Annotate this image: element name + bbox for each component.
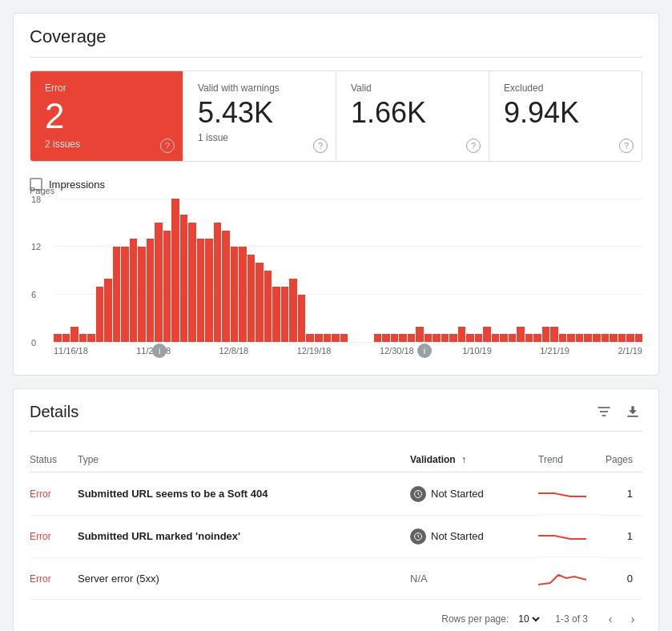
chart-bar bbox=[584, 334, 592, 342]
chart-bar bbox=[231, 247, 239, 342]
chart-bar bbox=[576, 334, 584, 342]
table-row[interactable]: ErrorServer error (5xx)N/A0 bbox=[30, 557, 642, 599]
valid-warnings-value: 5.43K bbox=[198, 97, 321, 129]
validation-status-icon bbox=[410, 486, 426, 502]
stat-tile-error[interactable]: Error 2 2 issues ? bbox=[30, 71, 183, 161]
stat-tile-valid-warnings[interactable]: Valid with warnings 5.43K 1 issue ? bbox=[183, 71, 336, 161]
chart-bar bbox=[441, 334, 449, 342]
chart-bar bbox=[340, 334, 348, 342]
x-label-7: 2/1/19 bbox=[618, 346, 642, 356]
valid-warnings-sub: 1 issue bbox=[198, 132, 321, 143]
excluded-value: 9.94K bbox=[504, 97, 627, 129]
chart-bar bbox=[399, 334, 407, 342]
y-tick-0: 0 bbox=[31, 338, 36, 348]
rows-per-page-select[interactable]: 10 25 50 bbox=[515, 613, 542, 625]
x-label-6: 1/21/19 bbox=[540, 346, 569, 356]
row-validation: Not Started bbox=[410, 515, 538, 557]
chart-bar bbox=[298, 295, 306, 343]
chart-bar bbox=[433, 334, 441, 342]
error-sub: 2 issues bbox=[45, 139, 168, 150]
chart-bar bbox=[408, 334, 416, 342]
download-icon[interactable] bbox=[623, 402, 642, 421]
chart-bar bbox=[475, 334, 483, 342]
chart-bar bbox=[247, 255, 256, 342]
x-label-5: 1/10/19 bbox=[462, 346, 492, 356]
stat-tile-valid[interactable]: Valid 1.66K ? bbox=[336, 71, 489, 161]
chart-bar bbox=[272, 287, 280, 343]
chart-bar bbox=[542, 327, 550, 343]
chart-x-labels: 11/16/18 11/27/18 12/8/18 12/19/18 12/30… bbox=[54, 346, 642, 356]
chart-bar bbox=[533, 334, 541, 342]
chart-bar bbox=[155, 223, 163, 342]
filter-icon[interactable] bbox=[594, 402, 614, 421]
validation-status-icon bbox=[410, 529, 426, 545]
chart-bar bbox=[256, 263, 264, 342]
chart-bar bbox=[62, 334, 70, 342]
error-help-icon[interactable]: ? bbox=[160, 139, 175, 153]
chart-bar bbox=[500, 334, 508, 342]
chart-bar bbox=[626, 334, 634, 342]
chart-bar bbox=[483, 327, 491, 343]
y-tick-18: 18 bbox=[31, 195, 41, 204]
details-header: Details bbox=[30, 402, 642, 432]
chart-bar bbox=[610, 334, 618, 342]
excluded-help-icon[interactable]: ? bbox=[619, 139, 634, 153]
chart-bar bbox=[205, 239, 213, 342]
y-tick-12: 12 bbox=[31, 242, 41, 251]
valid-help-icon[interactable]: ? bbox=[466, 139, 481, 153]
chart-bar bbox=[567, 334, 575, 342]
row-trend bbox=[538, 515, 602, 557]
chart-container: Pages 18 12 6 0 i i bbox=[30, 199, 642, 359]
col-pages: Pages bbox=[602, 448, 642, 472]
chart-annotation-1[interactable]: i bbox=[152, 344, 167, 358]
page-title: Coverage bbox=[30, 26, 642, 58]
valid-warnings-label: Valid with warnings bbox=[198, 82, 321, 94]
page-info: 1-3 of 3 bbox=[555, 613, 588, 625]
row-status: Error bbox=[30, 557, 78, 599]
chart-bar bbox=[264, 271, 272, 343]
row-pages: 1 bbox=[602, 472, 642, 516]
chart-bar bbox=[517, 327, 525, 343]
table-row[interactable]: ErrorSubmitted URL seems to be a Soft 40… bbox=[30, 472, 642, 516]
table-row[interactable]: ErrorSubmitted URL marked 'noindex'Not S… bbox=[30, 515, 642, 557]
chart-bar bbox=[104, 279, 112, 343]
chart-bar bbox=[382, 334, 390, 342]
col-type: Type bbox=[78, 448, 410, 472]
chart-bar bbox=[525, 334, 533, 342]
x-label-2: 12/8/18 bbox=[219, 346, 249, 356]
y-tick-6: 6 bbox=[31, 290, 36, 299]
chart-bar bbox=[121, 247, 129, 342]
row-validation: Not Started bbox=[410, 472, 538, 516]
chart-area: 18 12 6 0 i i bbox=[54, 199, 642, 343]
coverage-card: Coverage Error 2 2 issues ? Valid with w… bbox=[13, 13, 659, 376]
chart-bar bbox=[138, 247, 146, 342]
row-trend bbox=[538, 557, 602, 599]
chart-annotation-2[interactable]: i bbox=[417, 344, 432, 358]
chart-bar bbox=[391, 334, 399, 342]
chart-bar bbox=[180, 215, 188, 342]
chart-bar bbox=[197, 239, 205, 342]
details-actions bbox=[594, 402, 642, 421]
row-type: Submitted URL seems to be a Soft 404 bbox=[78, 472, 410, 516]
valid-label: Valid bbox=[351, 82, 474, 94]
chart-bar bbox=[416, 327, 424, 343]
chart-bar bbox=[458, 327, 466, 343]
chart-bar bbox=[289, 279, 297, 343]
stat-tile-excluded[interactable]: Excluded 9.94K ? bbox=[489, 71, 642, 161]
row-status: Error bbox=[30, 515, 78, 557]
chart-bar bbox=[509, 334, 517, 342]
chart-bar bbox=[70, 327, 78, 343]
chart-bar bbox=[315, 334, 323, 342]
chart-bar bbox=[130, 239, 138, 342]
prev-page-button[interactable]: ‹ bbox=[601, 609, 620, 629]
details-table: Status Type Validation ↑ Trend Pages Err… bbox=[30, 448, 642, 599]
next-page-button[interactable]: › bbox=[623, 609, 642, 629]
valid-warnings-help-icon[interactable]: ? bbox=[313, 139, 328, 153]
svg-line-5 bbox=[418, 494, 420, 496]
error-label: Error bbox=[45, 82, 168, 94]
chart-bar bbox=[239, 247, 247, 342]
validation-sort-icon[interactable]: ↑ bbox=[461, 454, 466, 465]
row-pages: 1 bbox=[602, 515, 642, 557]
row-pages: 0 bbox=[602, 557, 642, 599]
col-validation: Validation ↑ bbox=[410, 448, 538, 472]
